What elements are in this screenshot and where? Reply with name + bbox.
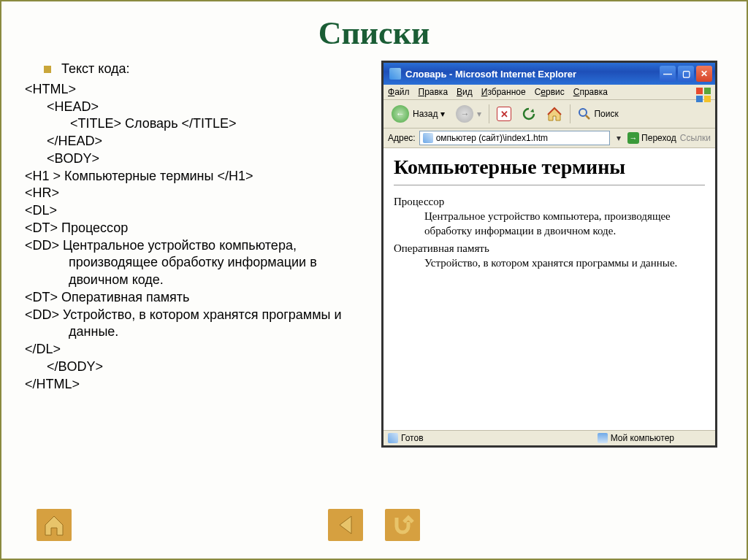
- code-line: <HR>: [15, 185, 373, 202]
- code-line: </DL>: [15, 341, 373, 358]
- stop-button[interactable]: ✕: [494, 105, 514, 123]
- menu-edit[interactable]: Правка: [419, 87, 449, 97]
- svg-rect-2: [696, 96, 703, 102]
- code-line: <DT> Оперативная память: [15, 289, 373, 307]
- status-zone: Мой компьютер: [611, 433, 674, 443]
- minimize-button[interactable]: —: [660, 66, 676, 82]
- code-line: <HEAD>: [15, 99, 373, 116]
- rendered-dd: Центральное устройство компьютера, произ…: [424, 210, 705, 238]
- links-label[interactable]: Ссылки: [680, 133, 711, 143]
- address-input[interactable]: омпьютер (сайт)\index1.htm: [419, 131, 610, 145]
- search-button[interactable]: Поиск: [575, 106, 621, 122]
- maximize-button[interactable]: ▢: [678, 66, 694, 82]
- toolbar: ← Назад ▾ → ▾ ✕: [383, 100, 715, 129]
- page-icon: [388, 433, 398, 443]
- status-bar: Готов Мой компьютер: [383, 430, 715, 445]
- close-button[interactable]: ✕: [696, 66, 712, 82]
- app-icon: [389, 68, 401, 80]
- back-label: Назад: [413, 109, 438, 119]
- menu-view[interactable]: Вид: [457, 87, 473, 97]
- back-button[interactable]: ← Назад ▾: [388, 103, 448, 125]
- rendered-dd: Устройство, в котором хранятся программы…: [424, 256, 705, 271]
- menu-help[interactable]: Справка: [573, 87, 608, 97]
- code-line: </BODY>: [15, 358, 373, 376]
- menubar: Файл Правка Вид Избранное Сервис Справка: [383, 85, 715, 100]
- status-ready: Готов: [401, 433, 424, 443]
- address-dropdown[interactable]: ▾: [614, 133, 624, 143]
- nav-return-button[interactable]: [385, 509, 420, 541]
- dropdown-icon: ▾: [440, 109, 445, 119]
- bullet-icon: [44, 66, 51, 73]
- code-line: <H1 > Компьютерные термины </H1>: [15, 168, 373, 185]
- page-icon: [423, 133, 433, 143]
- go-button[interactable]: → Переход: [627, 132, 676, 144]
- code-line: <HTML>: [15, 81, 373, 99]
- nav-prev-button[interactable]: [328, 509, 363, 541]
- svg-rect-0: [696, 88, 703, 94]
- dropdown-icon: ▾: [477, 109, 481, 119]
- ie-logo-icon: [695, 86, 712, 104]
- svg-point-4: [579, 109, 587, 116]
- code-line: <TITLE> Словарь </TITLE>: [15, 115, 373, 133]
- bullet-label: Текст кода:: [61, 61, 130, 78]
- nav-home-button[interactable]: [37, 509, 72, 541]
- search-label: Поиск: [594, 109, 618, 119]
- code-line: <DL>: [15, 202, 373, 220]
- go-label: Переход: [641, 133, 676, 143]
- home-button[interactable]: [543, 104, 565, 123]
- menu-file[interactable]: Файл: [388, 87, 410, 97]
- code-line: <DT> Процессор: [15, 220, 373, 237]
- rendered-dt: Оперативная память: [394, 242, 705, 255]
- code-line: <DD> Центральное устройство компьютера, …: [15, 237, 373, 289]
- rendered-hr: [394, 185, 705, 185]
- address-path: омпьютер (сайт)\index1.htm: [436, 133, 548, 143]
- code-line: <BODY>: [15, 150, 373, 168]
- separator: [570, 104, 570, 123]
- menu-fav[interactable]: Избранное: [481, 87, 526, 97]
- menu-tools[interactable]: Сервис: [535, 87, 565, 97]
- rendered-dt: Процессор: [394, 196, 705, 208]
- forward-button: → ▾: [452, 103, 484, 125]
- separator: [489, 104, 489, 123]
- code-line: </HTML>: [15, 376, 373, 394]
- svg-rect-3: [704, 96, 711, 102]
- svg-rect-1: [704, 88, 711, 94]
- code-panel: Текст кода: <HTML> <HEAD> <TITLE> Словар…: [15, 61, 373, 448]
- address-label: Адрес:: [388, 133, 416, 143]
- refresh-button[interactable]: [519, 105, 539, 123]
- titlebar[interactable]: Словарь - Microsoft Internet Explorer — …: [383, 63, 715, 85]
- code-line: </HEAD>: [15, 133, 373, 150]
- page-content: Компьютерные термины Процессор Центральн…: [383, 148, 715, 430]
- computer-icon: [598, 433, 608, 443]
- window-title: Словарь - Microsoft Internet Explorer: [405, 69, 660, 80]
- code-line: <DD> Устройство, в котором хранятся прог…: [15, 307, 373, 342]
- slide-title: Списки: [15, 15, 733, 52]
- address-bar: Адрес: омпьютер (сайт)\index1.htm ▾ → Пе…: [383, 129, 715, 148]
- browser-window: Словарь - Microsoft Internet Explorer — …: [381, 61, 717, 448]
- rendered-h1: Компьютерные термины: [394, 156, 705, 179]
- svg-line-5: [586, 115, 589, 119]
